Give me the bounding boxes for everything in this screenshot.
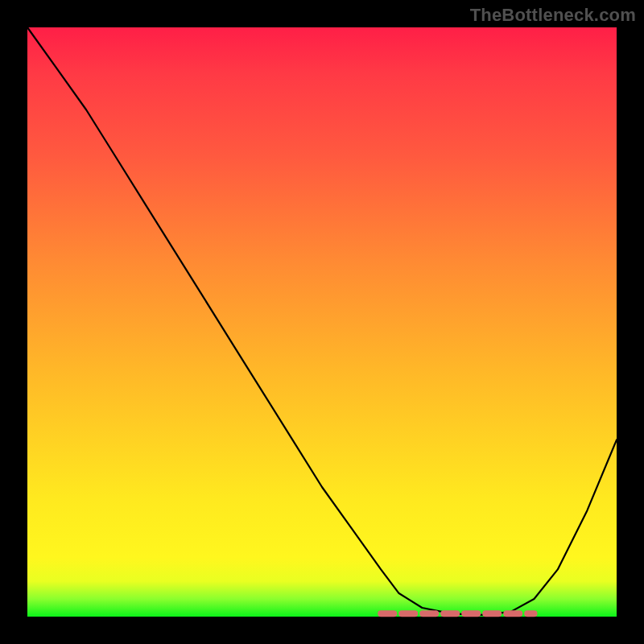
- watermark-label: TheBottleneck.com: [470, 5, 636, 26]
- chart-frame: TheBottleneck.com: [0, 0, 644, 644]
- plot-area: [27, 27, 617, 617]
- bottleneck-curve-line: [27, 27, 617, 615]
- chart-svg: [27, 27, 617, 617]
